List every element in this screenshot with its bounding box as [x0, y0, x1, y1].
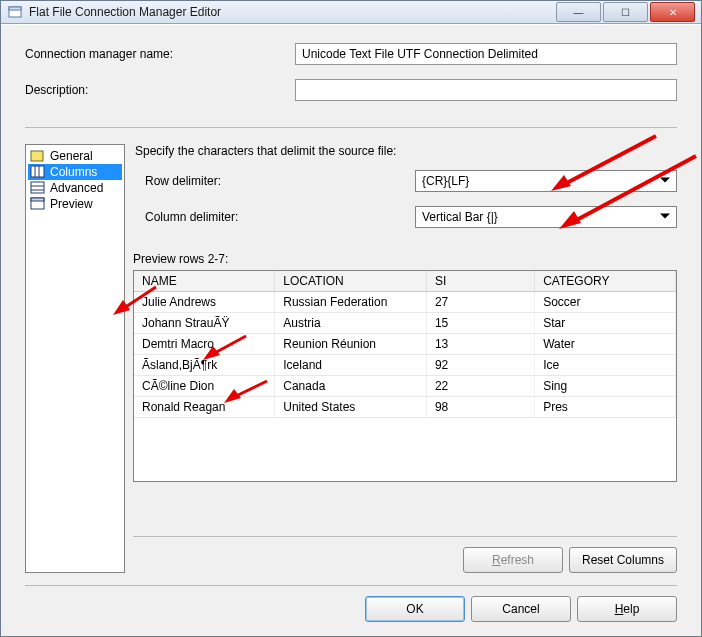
- table-cell: Russian Federation: [275, 292, 427, 313]
- app-icon: [7, 4, 23, 20]
- nav-tree: General Columns Advanced: [25, 144, 125, 573]
- description-input[interactable]: [295, 79, 677, 101]
- cancel-button[interactable]: Cancel: [471, 596, 571, 622]
- col-header[interactable]: NAME: [134, 271, 275, 292]
- table-cell: 27: [426, 292, 534, 313]
- close-button[interactable]: ✕: [650, 2, 695, 22]
- table-cell: CÃ©line Dion: [134, 376, 275, 397]
- ok-button[interactable]: OK: [365, 596, 465, 622]
- advanced-icon: [30, 181, 46, 195]
- svg-rect-3: [31, 166, 44, 177]
- nav-item-advanced[interactable]: Advanced: [28, 180, 122, 196]
- table-row[interactable]: Julie AndrewsRussian Federation27Soccer: [134, 292, 676, 313]
- table-cell: Iceland: [275, 355, 427, 376]
- refresh-button[interactable]: Refresh: [463, 547, 563, 573]
- divider: [25, 127, 677, 128]
- table-cell: Pres: [535, 397, 676, 418]
- table-cell: 98: [426, 397, 534, 418]
- table-cell: Ãsland,BjÃ¶rk: [134, 355, 275, 376]
- table-cell: 15: [426, 313, 534, 334]
- table-row[interactable]: CÃ©line DionCanada22Sing: [134, 376, 676, 397]
- preview-icon: [30, 197, 46, 211]
- columns-icon: [30, 165, 46, 179]
- table-row[interactable]: Demtri MacroReunion Réunion13Water: [134, 334, 676, 355]
- table-cell: Ice: [535, 355, 676, 376]
- table-cell: Johann StrauÃŸ: [134, 313, 275, 334]
- nav-item-label: Columns: [50, 165, 97, 179]
- table-cell: 92: [426, 355, 534, 376]
- table-cell: Water: [535, 334, 676, 355]
- nav-item-general[interactable]: General: [28, 148, 122, 164]
- general-icon: [30, 149, 46, 163]
- col-header[interactable]: CATEGORY: [535, 271, 676, 292]
- divider: [133, 536, 677, 537]
- svg-rect-1: [9, 7, 21, 10]
- table-cell: 13: [426, 334, 534, 355]
- connection-name-label: Connection manager name:: [25, 47, 295, 61]
- table-cell: Ronald Reagan: [134, 397, 275, 418]
- table-row[interactable]: Johann StrauÃŸAustria15Star: [134, 313, 676, 334]
- table-cell: Soccer: [535, 292, 676, 313]
- table-row[interactable]: Ronald ReaganUnited States98Pres: [134, 397, 676, 418]
- table-row[interactable]: Ãsland,BjÃ¶rkIceland92Ice: [134, 355, 676, 376]
- reset-columns-button[interactable]: Reset Columns: [569, 547, 677, 573]
- nav-item-label: General: [50, 149, 93, 163]
- table-cell: Canada: [275, 376, 427, 397]
- svg-rect-10: [31, 198, 44, 201]
- row-delimiter-select[interactable]: {CR}{LF}: [415, 170, 677, 192]
- column-delimiter-select[interactable]: Vertical Bar {|}: [415, 206, 677, 228]
- connection-name-input[interactable]: [295, 43, 677, 65]
- col-header[interactable]: SI: [426, 271, 534, 292]
- nav-item-columns[interactable]: Columns: [28, 164, 122, 180]
- svg-rect-2: [31, 151, 43, 161]
- table-header-row: NAME LOCATION SI CATEGORY: [134, 271, 676, 292]
- preview-grid: NAME LOCATION SI CATEGORY Julie AndrewsR…: [133, 270, 677, 482]
- column-delimiter-value: Vertical Bar {|}: [422, 210, 498, 224]
- divider: [25, 585, 677, 586]
- row-delimiter-value: {CR}{LF}: [422, 174, 469, 188]
- minimize-button[interactable]: —: [556, 2, 601, 22]
- maximize-button[interactable]: ☐: [603, 2, 648, 22]
- help-button[interactable]: Help: [577, 596, 677, 622]
- row-delimiter-label: Row delimiter:: [145, 174, 415, 188]
- table-cell: 22: [426, 376, 534, 397]
- col-header[interactable]: LOCATION: [275, 271, 427, 292]
- table-cell: Austria: [275, 313, 427, 334]
- table-cell: Sing: [535, 376, 676, 397]
- description-label: Description:: [25, 83, 295, 97]
- delimiter-intro: Specify the characters that delimit the …: [133, 144, 677, 158]
- titlebar: Flat File Connection Manager Editor — ☐ …: [1, 1, 701, 24]
- column-delimiter-label: Column delimiter:: [145, 210, 415, 224]
- table-cell: Demtri Macro: [134, 334, 275, 355]
- table-cell: Star: [535, 313, 676, 334]
- nav-item-label: Preview: [50, 197, 93, 211]
- svg-rect-6: [31, 182, 44, 193]
- table-cell: Julie Andrews: [134, 292, 275, 313]
- window-title: Flat File Connection Manager Editor: [29, 5, 554, 19]
- table-cell: Reunion Réunion: [275, 334, 427, 355]
- table-cell: United States: [275, 397, 427, 418]
- nav-item-label: Advanced: [50, 181, 103, 195]
- nav-item-preview[interactable]: Preview: [28, 196, 122, 212]
- preview-label: Preview rows 2-7:: [133, 252, 677, 266]
